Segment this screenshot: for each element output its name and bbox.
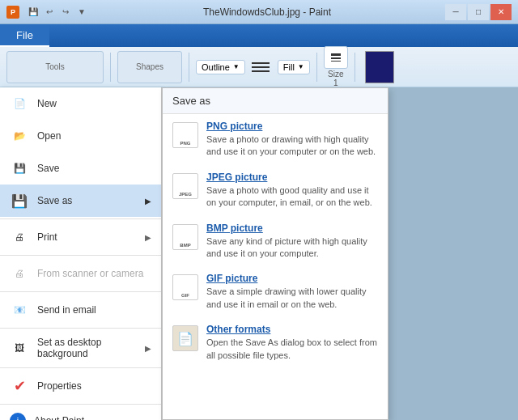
toolbar: Tools Shapes Outline ▼ Fill ▼ [0,47,518,87]
lines-icon [252,53,271,82]
menu-email-label: Send in email [37,304,96,316]
undo-btn[interactable]: ↩ [42,5,57,19]
properties-icon: ✔ [10,376,29,396]
menu-open-label: Open [37,130,61,142]
main-area: 📄 New 📂 Open 💾 Save 💾 Save as ▶ 🖨 Print … [0,87,518,420]
outline-label: Outline [202,62,230,72]
size-section: Size 1 [324,46,348,87]
bmp-desc: Save any kind of picture with high quali… [206,235,378,261]
menu-item-properties[interactable]: ✔ Properties [0,370,161,402]
sep2 [189,53,189,82]
save-as-submenu: Save as PNG PNG picture Save a photo or … [162,87,388,420]
gif-text-group: GIF picture Save a simple drawing with l… [206,273,378,311]
sep-after-print [0,255,161,256]
png-text-group: PNG picture Save a photo or drawing with… [206,121,378,159]
png-desc: Save a photo or drawing with high qualit… [206,134,378,159]
sep4 [355,53,355,82]
jpeg-format-icon: JPEG [172,173,198,199]
menu-item-email[interactable]: 📧 Send in email [0,294,161,326]
save-icon: 💾 [10,159,29,178]
redo-btn[interactable]: ↪ [58,5,73,19]
submenu-title: Save as [163,88,388,114]
menu-item-about[interactable]: i About Paint [0,406,161,420]
fill-label: Fill [283,62,295,72]
submenu-item-other[interactable]: 📄 Other formats Open the Save As dialog … [163,317,388,368]
outline-button[interactable]: Outline ▼ [196,60,245,74]
jpeg-desc: Save a photo with good quality and use i… [206,185,378,210]
new-icon: 📄 [10,94,29,113]
menu-save-as-label: Save as [37,195,72,206]
desktop-arrow-icon: ▶ [145,344,151,353]
menu-item-print[interactable]: 🖨 Print ▶ [0,221,161,253]
size-label: Size [328,70,343,78]
submenu-item-png[interactable]: PNG PNG picture Save a photo or drawing … [163,114,388,165]
qa-dropdown-btn[interactable]: ▼ [74,5,89,19]
menu-item-open[interactable]: 📂 Open [0,120,161,152]
other-title: Other formats [206,324,378,335]
window-title: TheWindowdsClub.jpg - Paint [89,6,445,18]
minimize-button[interactable]: ─ [445,4,466,20]
sep-after-saveas [0,218,161,219]
color-1-box[interactable] [365,51,394,83]
gif-format-icon: GIF [172,274,198,300]
quick-save-btn[interactable]: 💾 [26,5,40,19]
jpeg-title: JPEG picture [206,172,378,183]
fill-dropdown-icon: ▼ [298,63,304,70]
other-desc: Open the Save As dialog box to select fr… [206,337,378,362]
window-controls: ─ □ ✕ [445,4,512,20]
desktop-icon: 🖼 [10,338,29,358]
sep-after-email [0,328,161,329]
outline-dropdown-icon: ▼ [233,63,240,70]
close-button[interactable]: ✕ [490,4,512,20]
submenu-item-jpeg[interactable]: JPEG JPEG picture Save a photo with good… [163,165,388,216]
title-bar: P 💾 ↩ ↪ ▼ TheWindowdsClub.jpg - Paint ─ … [0,0,518,24]
file-menu: 📄 New 📂 Open 💾 Save 💾 Save as ▶ 🖨 Print … [0,87,162,420]
fill-section: Fill ▼ [278,60,310,74]
menu-about-label: About Paint [34,415,84,420]
size-value: 1 [333,78,338,87]
email-icon: 📧 [10,300,29,320]
print-icon: 🖨 [10,227,29,247]
print-arrow-icon: ▶ [145,233,151,242]
menu-item-save-as[interactable]: 💾 Save as ▶ [0,185,161,217]
shapes-section: Shapes [117,51,182,83]
sep-after-desktop [0,367,161,368]
menu-save-label: Save [37,163,59,174]
png-format-icon: PNG [172,122,198,148]
size-button[interactable] [324,46,348,69]
sep3 [316,53,317,82]
submenu-item-bmp[interactable]: BMP BMP picture Save any kind of picture… [163,216,388,267]
about-icon: i [10,413,26,420]
sep-after-properties [0,404,161,405]
shapes-group: Shapes [117,51,182,83]
menu-item-new[interactable]: 📄 New [0,87,161,120]
jpeg-text-group: JPEG picture Save a photo with good qual… [206,172,378,210]
menu-scanner-label: From scanner or camera [37,268,143,279]
other-format-icon: 📄 [172,325,198,351]
fill-button[interactable]: Fill ▼ [278,60,310,74]
open-icon: 📂 [10,126,29,146]
bmp-title: BMP picture [206,223,378,234]
save-as-icon: 💾 [10,191,29,210]
png-title: PNG picture [206,121,378,132]
file-tab[interactable]: File [0,24,49,47]
lines-icon-section [252,53,271,82]
quick-access-toolbar: 💾 ↩ ↪ ▼ [26,5,89,19]
gif-title: GIF picture [206,273,378,284]
menu-item-save[interactable]: 💾 Save [0,152,161,185]
sep1 [110,53,111,82]
menu-print-label: Print [37,231,57,243]
gif-desc: Save a simple drawing with lower quality… [206,286,378,311]
sep-after-scanner [0,291,161,292]
title-bar-left: P 💾 ↩ ↪ ▼ [6,5,89,19]
submenu-item-gif[interactable]: GIF GIF picture Save a simple drawing wi… [163,266,388,317]
bmp-format-icon: BMP [172,224,198,250]
save-as-arrow-icon: ▶ [145,197,151,206]
menu-properties-label: Properties [37,380,82,392]
size-lines-icon [330,52,342,63]
maximize-button[interactable]: □ [468,4,489,20]
menu-item-desktop[interactable]: 🖼 Set as desktop background ▶ [0,330,161,366]
menu-item-scanner[interactable]: 🖨 From scanner or camera [0,257,161,290]
tool-section: Tools [6,51,104,83]
other-text-group: Other formats Open the Save As dialog bo… [206,324,378,362]
